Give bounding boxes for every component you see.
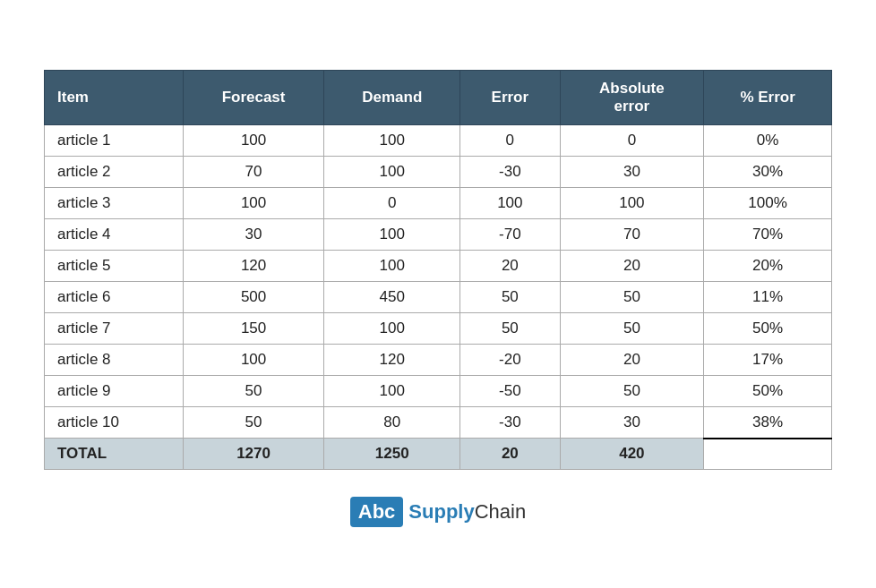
- cell-error: -70: [460, 218, 560, 250]
- cell-forecast: 100: [183, 344, 324, 375]
- table-row: article 270100-303030%: [45, 156, 832, 187]
- col-header-item: Item: [45, 70, 184, 124]
- brand-footer: Abc Supply Chain: [350, 497, 526, 527]
- table-row: article 950100-505050%: [45, 375, 832, 406]
- col-header-pct-error: % Error: [704, 70, 832, 124]
- cell-forecast: 70: [183, 156, 324, 187]
- total-cell-demand: 1250: [324, 439, 460, 470]
- cell-error: 50: [460, 312, 560, 344]
- cell-item: article 6: [45, 281, 184, 312]
- brand-abc-badge: Abc: [350, 497, 404, 527]
- cell-demand: 100: [324, 250, 460, 281]
- cell-pct_error: 50%: [704, 312, 832, 344]
- cell-item: article 5: [45, 250, 184, 281]
- cell-error: 20: [460, 250, 560, 281]
- cell-demand: 80: [324, 406, 460, 439]
- cell-item: article 9: [45, 375, 184, 406]
- cell-error: -30: [460, 156, 560, 187]
- table-row: article 5120100202020%: [45, 250, 832, 281]
- cell-error: -50: [460, 375, 560, 406]
- col-header-demand: Demand: [324, 70, 460, 124]
- col-header-absolute-error: Absoluteerror: [560, 70, 704, 124]
- cell-pct_error: 11%: [704, 281, 832, 312]
- cell-forecast: 120: [183, 250, 324, 281]
- cell-demand: 450: [324, 281, 460, 312]
- table-row: article 8100120-202017%: [45, 344, 832, 375]
- cell-demand: 0: [324, 187, 460, 218]
- total-cell-label: TOTAL: [45, 439, 184, 470]
- cell-pct_error: 70%: [704, 218, 832, 250]
- cell-absolute_error: 30: [560, 156, 704, 187]
- cell-forecast: 100: [183, 124, 324, 156]
- cell-error: -30: [460, 406, 560, 439]
- cell-item: article 2: [45, 156, 184, 187]
- table-row: article 1100100000%: [45, 124, 832, 156]
- cell-item: article 7: [45, 312, 184, 344]
- table-row: article 430100-707070%: [45, 218, 832, 250]
- cell-demand: 100: [324, 218, 460, 250]
- brand-supply-text: Supply: [408, 500, 474, 524]
- cell-forecast: 30: [183, 218, 324, 250]
- cell-error: -20: [460, 344, 560, 375]
- cell-absolute_error: 20: [560, 250, 704, 281]
- total-cell-forecast: 1270: [183, 439, 324, 470]
- cell-forecast: 150: [183, 312, 324, 344]
- total-row: TOTAL1270125020420: [45, 439, 832, 470]
- cell-error: 100: [460, 187, 560, 218]
- table-header-row: Item Forecast Demand Error Absoluteerror…: [45, 70, 832, 124]
- table-container: Item Forecast Demand Error Absoluteerror…: [44, 70, 832, 471]
- col-header-forecast: Forecast: [183, 70, 324, 124]
- cell-forecast: 500: [183, 281, 324, 312]
- cell-pct_error: 0%: [704, 124, 832, 156]
- cell-absolute_error: 50: [560, 375, 704, 406]
- col-header-error: Error: [460, 70, 560, 124]
- cell-absolute_error: 100: [560, 187, 704, 218]
- cell-demand: 120: [324, 344, 460, 375]
- cell-pct_error: 30%: [704, 156, 832, 187]
- table-row: article 6500450505011%: [45, 281, 832, 312]
- cell-absolute_error: 30: [560, 406, 704, 439]
- cell-absolute_error: 50: [560, 312, 704, 344]
- cell-error: 50: [460, 281, 560, 312]
- cell-demand: 100: [324, 375, 460, 406]
- table-row: article 31000100100100%: [45, 187, 832, 218]
- cell-absolute_error: 50: [560, 281, 704, 312]
- total-cell-pct_error: [704, 439, 832, 470]
- cell-item: article 3: [45, 187, 184, 218]
- table-row: article 105080-303038%: [45, 406, 832, 439]
- cell-absolute_error: 0: [560, 124, 704, 156]
- cell-pct_error: 50%: [704, 375, 832, 406]
- cell-demand: 100: [324, 312, 460, 344]
- cell-pct_error: 100%: [704, 187, 832, 218]
- cell-error: 0: [460, 124, 560, 156]
- cell-absolute_error: 20: [560, 344, 704, 375]
- data-table: Item Forecast Demand Error Absoluteerror…: [44, 70, 832, 471]
- table-row: article 7150100505050%: [45, 312, 832, 344]
- cell-pct_error: 20%: [704, 250, 832, 281]
- total-cell-error: 20: [460, 439, 560, 470]
- brand-chain-text: Chain: [475, 500, 526, 524]
- cell-demand: 100: [324, 124, 460, 156]
- cell-forecast: 50: [183, 375, 324, 406]
- total-cell-absolute_error: 420: [560, 439, 704, 470]
- cell-item: article 10: [45, 406, 184, 439]
- cell-forecast: 50: [183, 406, 324, 439]
- cell-item: article 1: [45, 124, 184, 156]
- cell-absolute_error: 70: [560, 218, 704, 250]
- cell-item: article 8: [45, 344, 184, 375]
- cell-item: article 4: [45, 218, 184, 250]
- cell-demand: 100: [324, 156, 460, 187]
- cell-forecast: 100: [183, 187, 324, 218]
- cell-pct_error: 38%: [704, 406, 832, 439]
- cell-pct_error: 17%: [704, 344, 832, 375]
